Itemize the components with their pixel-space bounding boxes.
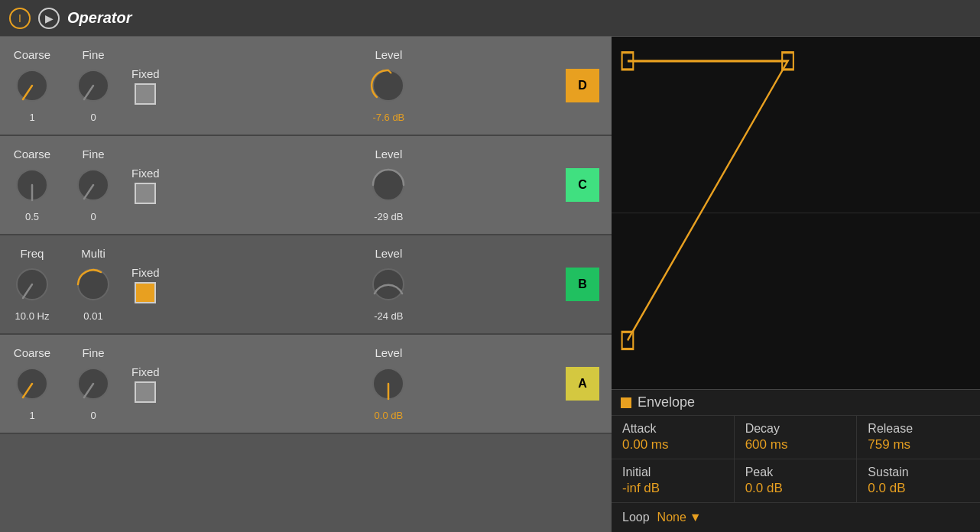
envelope-title: Envelope	[638, 394, 695, 410]
fixed-checkbox-d[interactable]	[135, 83, 156, 105]
multi-group-b: Multi 0.01	[70, 247, 116, 322]
fine-label-d: Fine	[82, 48, 104, 61]
decay-value: 600 ms	[745, 437, 846, 453]
envelope-section: Envelope Attack 0.00 ms Decay 600 ms Rel…	[612, 390, 980, 532]
fixed-group-b: Fixed	[131, 266, 160, 303]
multi-value-b: 0.01	[83, 310, 102, 322]
operator-row-b: Freq 10.0 Hz Multi 0.01	[0, 235, 612, 335]
freq-value-b: 10.0 Hz	[15, 310, 50, 322]
fine-value-c: 0	[90, 211, 96, 222]
level-value-b: -24 dB	[374, 310, 403, 322]
main-content: Coarse 1 Fine 0	[0, 37, 980, 532]
envelope-loop: Loop None ▼	[612, 503, 980, 532]
operator-d-button[interactable]: D	[566, 69, 599, 102]
release-param[interactable]: Release 759 ms	[857, 416, 980, 459]
freq-group-b: Freq 10.0 Hz	[9, 247, 55, 322]
initial-param[interactable]: Initial -inf dB	[612, 459, 735, 502]
release-value: 759 ms	[868, 437, 969, 453]
level-knob-a[interactable]	[365, 361, 411, 407]
coarse-label-a: Coarse	[14, 346, 50, 359]
loop-dropdown[interactable]: None ▼	[657, 511, 702, 524]
release-label: Release	[868, 422, 969, 436]
peak-label: Peak	[745, 466, 846, 479]
power-button[interactable]: I	[9, 8, 31, 29]
operator-c-button[interactable]: C	[566, 168, 599, 202]
level-knob-c[interactable]	[365, 162, 411, 208]
peak-param[interactable]: Peak 0.0 dB	[735, 459, 858, 502]
fine-group-c: Fine 0	[70, 148, 116, 222]
header: I ▶ Operator	[0, 0, 980, 37]
envelope-indicator	[621, 397, 631, 408]
coarse-knob-a[interactable]	[9, 361, 55, 407]
fine-knob-c[interactable]	[70, 162, 116, 208]
loop-dropdown-arrow: ▼	[690, 511, 702, 524]
coarse-group-a: Coarse 1	[9, 346, 55, 421]
coarse-knob-c[interactable]	[9, 162, 55, 208]
fixed-label-b: Fixed	[131, 266, 160, 279]
fixed-checkbox-b[interactable]	[135, 282, 156, 303]
freq-label-b: Freq	[21, 247, 44, 260]
envelope-header: Envelope	[612, 390, 980, 416]
fixed-checkbox-a[interactable]	[135, 381, 156, 403]
multi-knob-b[interactable]	[70, 261, 116, 307]
level-group-b: Level -24 dB	[175, 247, 602, 322]
operator-row-a: Coarse 1 Fine 0	[0, 335, 612, 434]
attack-param[interactable]: Attack 0.00 ms	[612, 416, 735, 459]
attack-label: Attack	[622, 422, 723, 436]
initial-label: Initial	[622, 466, 723, 479]
plugin-title: Operator	[67, 9, 131, 27]
fixed-label-d: Fixed	[131, 67, 160, 80]
freq-knob-b[interactable]	[9, 261, 55, 307]
level-value-c: -29 dB	[374, 211, 403, 222]
fixed-group-c: Fixed	[131, 167, 160, 204]
envelope-graph[interactable]	[612, 37, 980, 390]
level-group-d: Level -7.6 dB	[175, 48, 602, 123]
fine-label-a: Fine	[82, 346, 104, 359]
level-label-d: Level	[375, 48, 402, 61]
fine-knob-d[interactable]	[70, 63, 116, 109]
decay-label: Decay	[745, 422, 846, 436]
operator-row-c: Coarse 0.5 Fine 0	[0, 136, 612, 235]
loop-label: Loop	[622, 511, 650, 524]
svg-point-2	[373, 70, 404, 101]
attack-value: 0.00 ms	[622, 437, 723, 453]
level-value-a: 0.0 dB	[375, 410, 404, 421]
peak-value: 0.0 dB	[745, 481, 846, 496]
sustain-param[interactable]: Sustain 0.0 dB	[857, 459, 980, 502]
envelope-params-row2: Initial -inf dB Peak 0.0 dB Sustain 0.0 …	[612, 459, 980, 503]
initial-value: -inf dB	[622, 481, 723, 496]
fixed-label-a: Fixed	[131, 365, 160, 378]
level-group-c: Level -29 dB	[175, 148, 602, 222]
fine-value-a: 0	[90, 410, 96, 421]
coarse-group-c: Coarse 0.5	[9, 148, 55, 222]
sustain-label: Sustain	[868, 466, 969, 479]
fixed-group-a: Fixed	[131, 365, 160, 403]
coarse-value-a: 1	[29, 410, 34, 421]
coarse-knob-d[interactable]	[9, 63, 55, 109]
fine-label-c: Fine	[82, 148, 104, 161]
play-button[interactable]: ▶	[38, 8, 60, 29]
fixed-group-d: Fixed	[131, 67, 160, 105]
operator-b-button[interactable]: B	[566, 268, 599, 301]
fine-value-d: 0	[90, 112, 96, 123]
operator-a-button[interactable]: A	[566, 367, 599, 401]
level-knob-b[interactable]	[365, 261, 411, 307]
level-label-c: Level	[375, 148, 402, 161]
coarse-value-c: 0.5	[25, 211, 39, 222]
fine-group-d: Fine 0	[70, 48, 116, 123]
level-label-b: Level	[375, 247, 402, 260]
fine-knob-a[interactable]	[70, 361, 116, 407]
fine-group-a: Fine 0	[70, 346, 116, 421]
envelope-params-row1: Attack 0.00 ms Decay 600 ms Release 759 …	[612, 416, 980, 459]
coarse-group-d: Coarse 1	[9, 48, 55, 123]
sustain-value: 0.0 dB	[868, 481, 969, 496]
coarse-value-d: 1	[29, 112, 34, 123]
operators-panel: Coarse 1 Fine 0	[0, 37, 612, 532]
level-group-a: Level 0.0 dB	[175, 346, 602, 421]
fixed-checkbox-c[interactable]	[135, 183, 156, 204]
level-value-d: -7.6 dB	[372, 112, 404, 123]
level-knob-d[interactable]	[365, 63, 411, 109]
decay-param[interactable]: Decay 600 ms	[735, 416, 858, 459]
loop-value-text: None	[657, 511, 686, 524]
right-panel: Envelope Attack 0.00 ms Decay 600 ms Rel…	[612, 37, 980, 532]
